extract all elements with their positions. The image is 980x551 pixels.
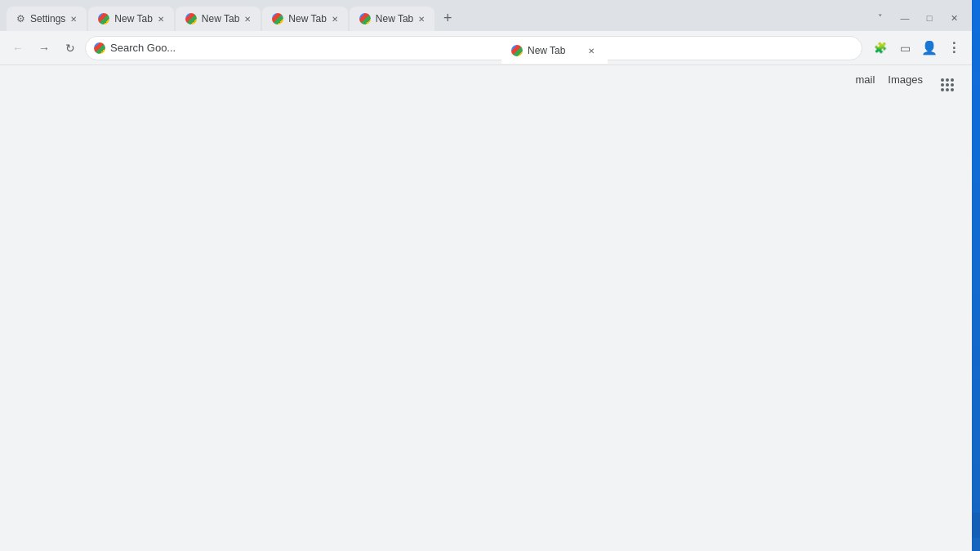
apps-grid-icon — [941, 78, 954, 91]
bg-back-btn[interactable]: ← — [7, 37, 29, 60]
bg-mail-link[interactable]: mail — [856, 73, 875, 86]
tab-d-close[interactable]: ✕ — [585, 44, 598, 57]
bg-settings-tab[interactable]: ⚙ Settings ✕ — [7, 7, 87, 31]
bg-newtab-2[interactable]: New Tab ✕ — [176, 7, 261, 31]
bg-settings-close[interactable]: ✕ — [70, 15, 77, 24]
bg-tab4-close[interactable]: ✕ — [418, 15, 425, 24]
bg-newtab-1[interactable]: New Tab ✕ — [88, 7, 173, 31]
google-favicon-bg — [94, 42, 105, 54]
bg-sidebar-icon[interactable]: ▭ — [893, 37, 916, 60]
gear-icon: ⚙ — [16, 13, 25, 24]
bg-toolbar-right: 🧩 ▭ 👤 ⋮ — [869, 37, 965, 60]
bg-apps-btn[interactable] — [936, 73, 959, 96]
bg-newtab-1-label: New Tab — [114, 13, 152, 24]
bg-profile-icon[interactable]: 👤 — [918, 37, 941, 60]
bg-menu-icon[interactable]: ⋮ — [942, 37, 965, 60]
bg-newtab-3-label: New Tab — [288, 13, 326, 24]
tab-d-label: New Tab — [528, 45, 580, 56]
background-desktop: ⚙ Settings ✕ New Tab ✕ New Tab ✕ New Tab… — [0, 0, 980, 551]
bg-newtab-4-label: New Tab — [376, 13, 413, 24]
bg-close-btn[interactable]: ✕ — [942, 8, 965, 28]
bg-newtab-4[interactable]: New Tab ✕ — [350, 7, 434, 31]
bg-maximize-btn[interactable]: □ — [918, 8, 941, 28]
bg-newtab-2-label: New Tab — [202, 13, 239, 24]
bg-content: mail Images — [0, 65, 972, 551]
tab-new-d[interactable]: New Tab ✕ — [501, 38, 608, 64]
bg-images-link[interactable]: Images — [888, 73, 923, 86]
bg-toolbar: ← → ↻ Search Goo... 🧩 ▭ 👤 ⋮ — [0, 31, 972, 65]
chrome-favicon-3 — [272, 13, 283, 24]
bg-reload-btn[interactable]: ↻ — [59, 37, 82, 60]
bg-newtab-3[interactable]: New Tab ✕ — [262, 7, 347, 31]
bg-forward-btn[interactable]: → — [33, 37, 56, 60]
chrome-favicon-1 — [98, 13, 109, 24]
chrome-favicon-2 — [185, 13, 197, 24]
bg-tab2-close[interactable]: ✕ — [244, 15, 251, 24]
bg-address-bar[interactable]: Search Goo... — [85, 36, 862, 60]
chrome-favicon-d — [511, 45, 523, 56]
bg-chevron-btn[interactable]: ˅ — [869, 8, 892, 28]
bg-address-value: Search Goo... — [110, 42, 176, 54]
new-tab-btn-bg[interactable]: + — [436, 7, 459, 29]
bg-settings-tab-label: Settings — [30, 13, 65, 24]
bg-window-controls: ˅ — □ ✕ — [869, 8, 972, 31]
bg-tab1-close[interactable]: ✕ — [158, 15, 164, 24]
bg-minimize-btn[interactable]: — — [893, 8, 916, 28]
bg-tab3-close[interactable]: ✕ — [332, 15, 338, 24]
chrome-favicon-4 — [359, 13, 371, 24]
bg-extensions-icon[interactable]: 🧩 — [869, 37, 892, 60]
